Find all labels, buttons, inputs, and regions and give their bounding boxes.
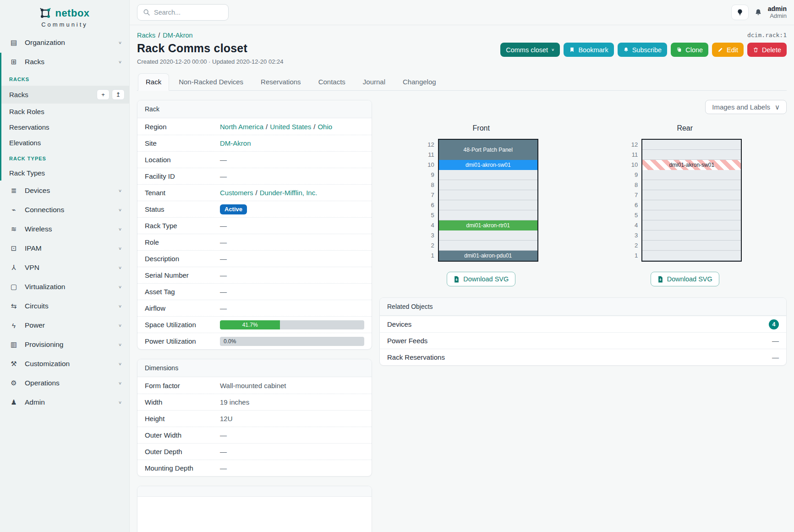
search-box[interactable] bbox=[137, 4, 229, 21]
plus-button[interactable]: + bbox=[97, 89, 110, 100]
sidebar-group-ipam[interactable]: ⊡IPAM∨ bbox=[0, 239, 129, 258]
notifications-bell[interactable] bbox=[754, 8, 762, 16]
related-object-row[interactable]: Devices4 bbox=[380, 316, 786, 332]
attribute-label: Outer Width bbox=[145, 431, 220, 439]
edit-button[interactable]: Edit bbox=[712, 43, 744, 57]
rack-unit-empty[interactable] bbox=[439, 230, 537, 241]
rack-unit-empty[interactable] bbox=[642, 200, 741, 210]
unit-number: 7 bbox=[424, 190, 434, 200]
bookmark-button[interactable]: Bookmark bbox=[564, 43, 613, 57]
value-link[interactable]: Ohio bbox=[318, 123, 332, 131]
sidebar-group-customization[interactable]: ⚒Customization∨ bbox=[0, 355, 129, 373]
rack-unit-empty[interactable] bbox=[439, 180, 537, 190]
tab-journal[interactable]: Journal bbox=[355, 73, 393, 91]
value-link[interactable]: DM-Akron bbox=[220, 139, 251, 147]
sidebar-group-wireless[interactable]: ≋Wireless∨ bbox=[0, 220, 129, 238]
breadcrumb-link-racks[interactable]: Racks bbox=[137, 32, 155, 39]
sidebar-group-operations[interactable]: ⚙Operations∨ bbox=[0, 374, 129, 392]
unit-number: 4 bbox=[628, 220, 638, 230]
tab-rack[interactable]: Rack bbox=[138, 73, 169, 91]
rack-unit-empty[interactable] bbox=[642, 220, 741, 230]
front-elevation: Front 121110987654321 48-Port Patch Pane… bbox=[379, 124, 583, 286]
sidebar-group-connections[interactable]: ⌁Connections∨ bbox=[0, 201, 129, 219]
elevation-view-select[interactable]: Images and Labels ∨ bbox=[705, 100, 787, 114]
rack-unit-empty[interactable] bbox=[439, 170, 537, 180]
sidebar-group-provisioning[interactable]: ▥Provisioning∨ bbox=[0, 335, 129, 354]
operations-icon: ⚙ bbox=[9, 379, 18, 387]
sidebar-nav: ▤Organization∨⊞Racks∨RACKSRacks+↥Rack Ro… bbox=[0, 33, 129, 411]
rack-unit-empty[interactable] bbox=[439, 200, 537, 210]
attribute-label: Mounting Depth bbox=[145, 464, 220, 472]
sidebar-group-organization[interactable]: ▤Organization∨ bbox=[0, 33, 129, 52]
rack-unit-empty[interactable] bbox=[439, 241, 537, 251]
sidebar-group-virtualization[interactable]: ▢Virtualization∨ bbox=[0, 278, 129, 296]
sidebar-item-rack-types[interactable]: Rack Types bbox=[1, 165, 129, 181]
rack-device-dmi01-akron-rtr01[interactable]: dmi01-akron-rtr01 bbox=[439, 220, 537, 230]
user-role: Admin bbox=[768, 13, 787, 20]
clone-button[interactable]: Clone bbox=[671, 43, 708, 57]
rack-unit-empty[interactable] bbox=[642, 230, 741, 241]
object-identifier: dcim.rack:1 bbox=[747, 32, 787, 38]
sidebar-group-devices[interactable]: ≣Devices∨ bbox=[0, 181, 129, 200]
rack-unit-empty[interactable] bbox=[642, 140, 741, 150]
search-input[interactable] bbox=[154, 9, 223, 16]
theme-toggle-button[interactable] bbox=[731, 5, 749, 20]
value-link[interactable]: Customers bbox=[220, 189, 253, 197]
tab-contacts[interactable]: Contacts bbox=[311, 73, 353, 91]
breadcrumb-link-site[interactable]: DM-Akron bbox=[163, 32, 192, 39]
topbar: admin Admin bbox=[130, 0, 794, 25]
download-svg-front-button[interactable]: Download SVG bbox=[447, 272, 515, 286]
sidebar-item-reservations[interactable]: Reservations bbox=[1, 119, 129, 135]
attribute-value: 41.7% bbox=[220, 320, 364, 329]
rack-device-dmi01-akron-sw01[interactable]: dmi01-akron-sw01 bbox=[642, 160, 741, 170]
unit-number: 6 bbox=[628, 200, 638, 210]
value-link[interactable]: Dunder-Mifflin, Inc. bbox=[260, 189, 318, 197]
sidebar-group-racks[interactable]: ⊞Racks∨ bbox=[1, 53, 129, 71]
chevron-down-icon: ∨ bbox=[118, 265, 122, 270]
rack-unit-empty[interactable] bbox=[439, 210, 537, 220]
sidebar-group-admin[interactable]: ♟Admin∨ bbox=[0, 393, 129, 411]
user-menu[interactable]: admin Admin bbox=[768, 5, 787, 19]
attribute-row: Airflow— bbox=[137, 300, 372, 316]
rack-unit-empty[interactable] bbox=[642, 190, 741, 200]
unit-number: 3 bbox=[424, 230, 434, 241]
import-button[interactable]: ↥ bbox=[112, 89, 125, 100]
unit-numbers: 121110987654321 bbox=[424, 139, 438, 262]
value-link[interactable]: United States bbox=[270, 123, 311, 131]
progress-fill: 41.7% bbox=[220, 320, 280, 329]
tab-non-racked-devices[interactable]: Non-Racked Devices bbox=[171, 73, 251, 91]
rack-unit-empty[interactable] bbox=[642, 170, 741, 180]
left-column: Rack RegionNorth America/United States/O… bbox=[137, 100, 372, 532]
attribute-value: DM-Akron bbox=[220, 139, 364, 147]
rack-device-dmi01-akron-pdu01[interactable]: dmi01-akron-pdu01 bbox=[439, 251, 537, 261]
sidebar-item-elevations[interactable]: Elevations bbox=[1, 135, 129, 150]
rack-device-48-port-patch-panel[interactable]: 48-Port Patch Panel bbox=[439, 140, 537, 160]
tab-changelog[interactable]: Changelog bbox=[395, 73, 444, 91]
rack-unit-empty[interactable] bbox=[439, 190, 537, 200]
attribute-label: Space Utilization bbox=[145, 321, 220, 329]
rack-unit-empty[interactable] bbox=[642, 251, 741, 261]
sidebar-group-power[interactable]: ϟPower∨ bbox=[0, 316, 129, 335]
rack-unit-empty[interactable] bbox=[642, 150, 741, 160]
count-badge: 4 bbox=[769, 319, 779, 329]
related-object-row[interactable]: Rack Reservations— bbox=[380, 349, 786, 365]
logo-block[interactable]: netbox Community bbox=[0, 0, 129, 33]
value-link[interactable]: North America bbox=[220, 123, 263, 131]
delete-button[interactable]: Delete bbox=[747, 43, 787, 57]
unit-number: 6 bbox=[424, 200, 434, 210]
tab-reservations[interactable]: Reservations bbox=[253, 73, 309, 91]
subscribe-button[interactable]: Subscribe bbox=[618, 43, 667, 57]
sidebar-group-vpn[interactable]: ⅄VPN∨ bbox=[0, 258, 129, 277]
download-svg-rear-button[interactable]: Download SVG bbox=[651, 272, 719, 286]
object-selector-button[interactable]: Comms closet∨ bbox=[500, 43, 560, 57]
rear-elevation: Rear 121110987654321 dmi01-akron-sw01 Do… bbox=[583, 124, 787, 286]
rack-unit-empty[interactable] bbox=[642, 241, 741, 251]
rack-unit-empty[interactable] bbox=[642, 180, 741, 190]
sidebar-group-circuits[interactable]: ⇆Circuits∨ bbox=[0, 297, 129, 315]
unit-number: 4 bbox=[424, 220, 434, 230]
sidebar-item-rack-roles[interactable]: Rack Roles bbox=[1, 104, 129, 119]
rack-device-dmi01-akron-sw01[interactable]: dmi01-akron-sw01 bbox=[439, 160, 537, 170]
rack-unit-empty[interactable] bbox=[642, 210, 741, 220]
sidebar-item-racks[interactable]: Racks+↥ bbox=[1, 86, 129, 104]
related-object-row[interactable]: Power Feeds— bbox=[380, 332, 786, 349]
